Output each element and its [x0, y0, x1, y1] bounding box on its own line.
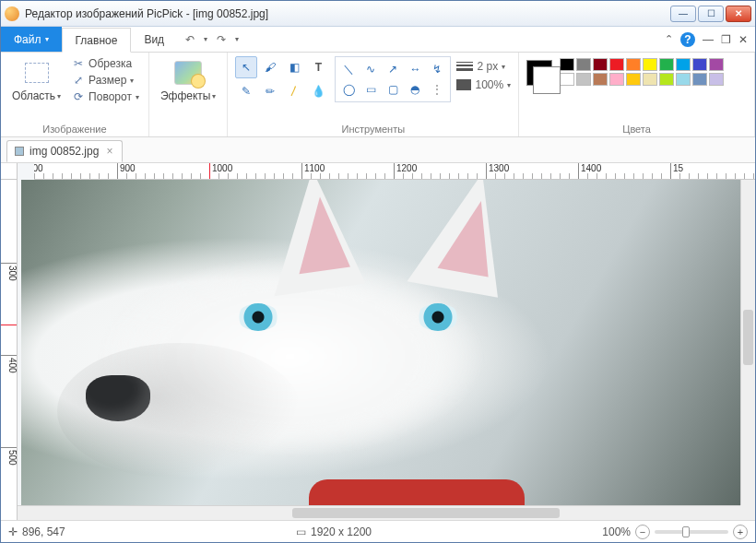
ruler-cursor-mark — [209, 163, 210, 180]
color-palette — [558, 56, 726, 88]
current-colors[interactable]: ▾ — [526, 56, 552, 96]
ruler-tick: 1200 — [394, 163, 417, 180]
undo-dropdown-icon[interactable]: ▾ — [204, 35, 207, 43]
help-button[interactable]: ? — [680, 32, 695, 47]
rounded-rect-shape[interactable]: ▢ — [383, 80, 403, 99]
color-swatch[interactable] — [659, 73, 674, 86]
zoom-out-button[interactable]: − — [635, 525, 650, 539]
rotate-icon: ⟳ — [72, 90, 85, 103]
file-menu[interactable]: Файл ▾ — [1, 27, 62, 52]
more-shapes[interactable]: ⋮ — [427, 80, 447, 99]
group-effects: Эффекты▾ — [149, 53, 229, 136]
selection-icon — [25, 63, 49, 83]
horizontal-scrollbar[interactable] — [18, 505, 740, 520]
stroke-width-icon — [456, 62, 473, 71]
redo-dropdown-icon[interactable]: ▾ — [235, 35, 239, 43]
zoom-slider-knob[interactable] — [682, 526, 690, 537]
highlighter-tool[interactable]: 〳 — [283, 80, 305, 102]
color-swatch[interactable] — [692, 58, 707, 71]
minimize-button[interactable]: — — [670, 6, 696, 22]
stroke-width-button[interactable]: 2 px▾ — [456, 60, 511, 73]
color-swatch[interactable] — [676, 58, 691, 71]
polyline-shape[interactable]: ↯ — [427, 60, 447, 78]
zoom-control: 100% − + — [602, 525, 748, 539]
foreground-background-swatch[interactable] — [526, 60, 552, 86]
ruler-tick: 1400 — [578, 163, 601, 180]
undo-button[interactable]: ↶ — [185, 33, 195, 46]
text-tool[interactable]: T — [307, 56, 329, 78]
ribbon-tab-view[interactable]: Вид — [131, 27, 178, 52]
mdi-close-button[interactable]: ✕ — [738, 33, 748, 46]
app-window: Редактор изображений PicPick - [img 0085… — [0, 0, 756, 543]
select-area-button[interactable]: Область▾ — [8, 56, 65, 104]
pointer-tool[interactable]: ↖ — [235, 56, 257, 78]
titlebar: Редактор изображений PicPick - [img 0085… — [1, 1, 755, 27]
ruler-corner — [1, 163, 18, 180]
mdi-minimize-button[interactable]: — — [703, 33, 714, 46]
resize-button[interactable]: ⤢Размер▾ — [70, 73, 141, 88]
rectangle-shape[interactable]: ▭ — [360, 80, 381, 99]
zoom-value: 100% — [602, 525, 631, 538]
marker-tool[interactable]: ✏ — [259, 80, 281, 102]
ruler-tick: 300 — [1, 263, 18, 281]
scrollbar-thumb[interactable] — [292, 508, 560, 518]
horizontal-ruler[interactable]: 8009001000110012001300140015 — [34, 163, 755, 180]
color-swatch[interactable] — [609, 73, 624, 86]
group-colors-label: Цвета — [526, 122, 747, 135]
arrow-shape[interactable]: ↗ — [383, 60, 403, 78]
ribbon-tab-home[interactable]: Главное — [62, 28, 132, 53]
maximize-button[interactable]: ☐ — [698, 6, 724, 22]
color-swatch[interactable] — [643, 73, 657, 86]
vertical-ruler[interactable]: 300400500 — [1, 180, 18, 520]
eyedropper-tool[interactable]: 💧 — [307, 80, 329, 102]
mdi-restore-button[interactable]: ❐ — [721, 33, 731, 46]
scrollbar-thumb[interactable] — [743, 310, 753, 365]
close-button[interactable]: ✕ — [726, 6, 751, 22]
callout-shape[interactable]: ◓ — [405, 80, 425, 99]
collapse-ribbon-icon[interactable]: ⌃ — [665, 33, 673, 45]
color-swatch[interactable] — [659, 58, 674, 71]
color-swatch[interactable] — [709, 58, 724, 71]
color-swatch[interactable] — [626, 58, 641, 71]
color-swatch[interactable] — [709, 73, 724, 86]
color-swatch[interactable] — [576, 58, 591, 71]
rotate-button[interactable]: ⟳Поворот▾ — [70, 89, 141, 104]
cursor-coords: ✛ 896, 547 — [8, 525, 65, 538]
color-swatch[interactable] — [643, 58, 657, 71]
ellipse-shape[interactable]: ◯ — [338, 80, 359, 99]
image-canvas[interactable] — [21, 180, 740, 505]
color-swatch[interactable] — [560, 58, 574, 71]
color-swatch[interactable] — [593, 58, 608, 71]
eraser-tool[interactable]: ◧ — [283, 56, 305, 78]
crop-button[interactable]: ✂Обрезка — [70, 56, 141, 71]
color-swatch[interactable] — [609, 58, 624, 71]
color-swatch[interactable] — [692, 73, 707, 86]
brush-tool[interactable]: 🖌 — [259, 56, 281, 78]
dimensions-icon: ▭ — [296, 525, 306, 538]
curve-shape[interactable]: ∿ — [360, 60, 381, 78]
crop-icon: ✂ — [72, 57, 85, 70]
color-swatch[interactable] — [560, 73, 574, 86]
redo-button[interactable]: ↷ — [217, 33, 226, 46]
menubar: Файл ▾ Главное Вид ↶▾ ↷▾ ⌃ ? — ❐ ✕ — [1, 27, 755, 53]
fill-opacity-button[interactable]: 100%▾ — [456, 78, 511, 91]
group-image: Область▾ ✂Обрезка ⤢Размер▾ ⟳Поворот▾ Изо… — [1, 53, 149, 136]
color-swatch[interactable] — [626, 73, 641, 86]
document-tab[interactable]: img 00852.jpg × — [6, 140, 123, 162]
color-swatch[interactable] — [676, 73, 691, 86]
pencil-tool[interactable]: ✎ — [235, 80, 257, 102]
group-image-label: Изображение — [8, 122, 141, 135]
file-menu-label: Файл — [14, 33, 41, 46]
color-swatch[interactable] — [593, 73, 608, 86]
zoom-in-button[interactable]: + — [733, 525, 748, 539]
line-shape[interactable]: ＼ — [338, 60, 359, 78]
vertical-scrollbar[interactable] — [740, 180, 755, 505]
color-swatch[interactable] — [576, 73, 591, 86]
close-tab-button[interactable]: × — [104, 145, 114, 158]
chevron-down-icon: ▾ — [45, 35, 49, 43]
effects-button[interactable]: Эффекты▾ — [157, 56, 220, 104]
quick-access-toolbar: ↶▾ ↷▾ — [178, 27, 246, 52]
doc-thumb-icon — [15, 147, 24, 156]
double-arrow-shape[interactable]: ↔ — [405, 60, 425, 78]
zoom-slider[interactable] — [655, 530, 728, 534]
